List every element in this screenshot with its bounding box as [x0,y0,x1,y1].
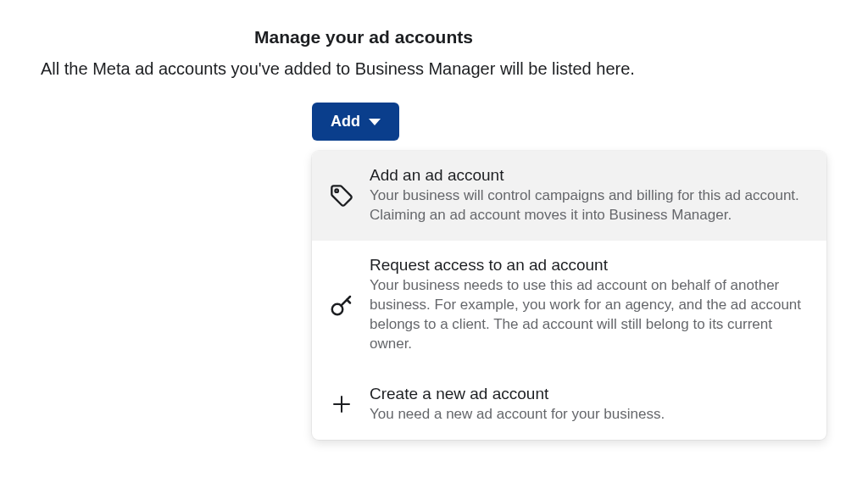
plus-icon [329,394,354,414]
add-section: Add Add an ad account Your business will… [312,103,827,440]
menu-item-create-new[interactable]: Create a new ad account You need a new a… [312,369,826,440]
menu-item-title: Add an ad account [370,166,810,185]
svg-point-0 [335,189,338,192]
menu-item-title: Request access to an ad account [370,256,810,275]
menu-item-text: Create a new ad account You need a new a… [370,385,810,425]
menu-item-title: Create a new ad account [370,385,810,403]
menu-item-request-access[interactable]: Request access to an ad account Your bus… [312,241,826,369]
page-subtitle: All the Meta ad accounts you've added to… [41,59,827,79]
menu-item-text: Request access to an ad account Your bus… [370,256,810,354]
menu-item-desc: Your business needs to use this ad accou… [370,276,810,354]
tag-icon [329,184,354,208]
add-button-label: Add [331,113,360,130]
page-title: Manage your ad accounts [254,27,827,47]
menu-item-add-ad-account[interactable]: Add an ad account Your business will con… [312,151,826,241]
key-icon [329,292,354,318]
add-button[interactable]: Add [312,103,399,141]
add-dropdown-menu: Add an ad account Your business will con… [312,151,826,440]
menu-item-desc: You need a new ad account for your busin… [370,405,810,425]
menu-item-desc: Your business will control campaigns and… [370,186,810,225]
chevron-down-icon [369,119,381,125]
menu-item-text: Add an ad account Your business will con… [370,166,810,225]
